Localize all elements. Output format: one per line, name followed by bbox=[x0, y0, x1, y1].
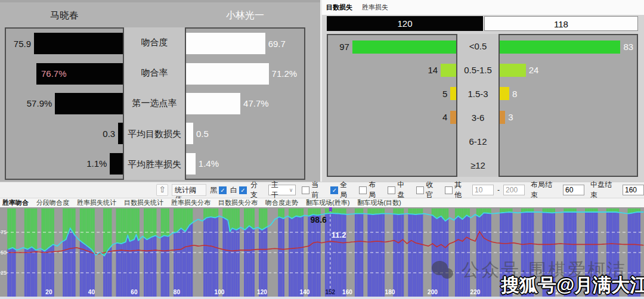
metric-label: 吻合度 bbox=[124, 37, 185, 48]
fuseki-end-input[interactable] bbox=[563, 185, 584, 195]
checkbox-全局[interactable]: ✓ bbox=[330, 186, 338, 194]
tab-分段吻合度[interactable]: 分段吻合度 bbox=[36, 198, 69, 207]
white-bar bbox=[186, 33, 265, 54]
tab-胜率损失分布[interactable]: 胜率损失分布 bbox=[171, 198, 210, 207]
histogram-bin-labels: <0.50.5-1.51.5-33-66-12≥12 bbox=[457, 34, 499, 177]
metric-labels-column: 吻合度吻合率第一选点率平均目数损失平均胜率损失 bbox=[124, 27, 185, 180]
white-move-count: 118 bbox=[484, 16, 638, 31]
hist-bin-label: 6-12 bbox=[457, 136, 499, 147]
analysis-tab-strip: 胜率吻合分段吻合度胜率损失统计目数损失统计胜率损失分布目数损失分布吻合度走势翻车… bbox=[0, 198, 644, 207]
tab-翻车现场(胜率)[interactable]: 翻车现场(胜率) bbox=[306, 198, 349, 207]
range-separator: - bbox=[497, 186, 500, 194]
white-histogram-box: 832483 bbox=[499, 34, 638, 177]
svg-text:100: 100 bbox=[215, 289, 225, 295]
hist-bin-label: 1.5-3 bbox=[457, 89, 499, 99]
svg-text:220: 220 bbox=[470, 289, 481, 295]
hist-row-black bbox=[328, 133, 456, 148]
svg-text:50: 50 bbox=[1, 250, 7, 256]
metric-value-white: 71.2% bbox=[272, 68, 298, 79]
chevron-down-icon: ∨ bbox=[289, 187, 293, 193]
svg-text:98.6: 98.6 bbox=[311, 215, 327, 225]
tab-目数损失统计[interactable]: 目数损失统计 bbox=[124, 198, 163, 207]
metric-value-black: 75.9 bbox=[14, 39, 31, 49]
winrate-trend-chart[interactable]: 2550752040608010012014015216018020022024… bbox=[0, 207, 644, 299]
checkbox-label: 黑 bbox=[210, 185, 217, 195]
tab-翻车现场(目数)[interactable]: 翻车现场(目数) bbox=[357, 198, 401, 207]
scope-checkbox-item[interactable]: ✓全局 bbox=[330, 180, 354, 200]
metric-value-black: 1.1% bbox=[86, 158, 107, 169]
scope-filter-checkboxes: 当前✓全局布局中盘收官其他 bbox=[302, 180, 469, 200]
tab-目数损失[interactable]: 目数损失 bbox=[326, 3, 352, 12]
color-checkbox-item[interactable]: 白✓ bbox=[230, 185, 247, 195]
hist-row-white: 3 bbox=[500, 110, 637, 124]
checkbox-黑[interactable]: ✓ bbox=[219, 186, 227, 194]
hist-bin-label: ≥12 bbox=[457, 160, 499, 170]
hist-row-white bbox=[500, 133, 637, 148]
scope-checkbox-item[interactable]: 其他 bbox=[445, 180, 469, 200]
branch-label: 分支 bbox=[250, 180, 265, 200]
tab-胜率损失统计[interactable]: 胜率损失统计 bbox=[77, 198, 116, 207]
metric-row-white: 71.2% bbox=[186, 63, 304, 85]
hist-value-white: 8 bbox=[512, 89, 517, 99]
black-histogram-box: 971454 bbox=[327, 34, 457, 177]
hist-bar-black bbox=[352, 41, 456, 54]
hist-value-black: 14 bbox=[428, 65, 438, 75]
white-player-name: 小林光一 bbox=[185, 10, 305, 22]
svg-text:75: 75 bbox=[1, 229, 7, 235]
svg-text:25: 25 bbox=[1, 270, 7, 276]
statistics-control-bar: ⇧ 统计阈值 黑✓白✓ 分支 主干 ∨ 当前✓全局布局中盘收官其他 - 布局结束… bbox=[0, 182, 644, 198]
scope-checkbox-item[interactable]: 收官 bbox=[416, 180, 440, 200]
hist-bar-black bbox=[441, 64, 456, 77]
svg-text:20: 20 bbox=[45, 289, 52, 295]
checkbox-布局[interactable] bbox=[359, 186, 367, 194]
metric-row-white: 69.7 bbox=[186, 33, 304, 54]
black-bar: 76.7% bbox=[36, 63, 123, 85]
checkbox-当前[interactable] bbox=[302, 186, 309, 194]
color-checkbox-item[interactable]: 黑✓ bbox=[210, 185, 227, 195]
hist-value-white: 83 bbox=[623, 42, 633, 52]
checkbox-label: 收官 bbox=[426, 180, 440, 200]
checkbox-收官[interactable] bbox=[416, 186, 424, 194]
white-bar bbox=[186, 123, 193, 144]
hist-row-black: 97 bbox=[328, 40, 456, 54]
hist-row-white: 24 bbox=[500, 63, 637, 77]
tab-胜率损失[interactable]: 胜率损失 bbox=[362, 3, 388, 12]
range-from-input[interactable] bbox=[472, 185, 494, 195]
svg-text:11.2: 11.2 bbox=[332, 231, 346, 239]
branch-select[interactable]: 主干 ∨ bbox=[268, 185, 296, 195]
hist-row-white: 8 bbox=[500, 86, 637, 101]
tab-胜率吻合[interactable]: 胜率吻合 bbox=[2, 198, 29, 207]
hist-bin-label: 0.5-1.5 bbox=[457, 65, 499, 75]
hist-value-white: 24 bbox=[529, 65, 539, 75]
range-to-input[interactable] bbox=[503, 185, 525, 195]
metric-label: 第一选点率 bbox=[124, 98, 185, 109]
checkbox-其他[interactable] bbox=[445, 186, 453, 194]
metric-value-black: 0.3 bbox=[103, 129, 115, 139]
white-bar bbox=[186, 63, 269, 85]
hist-row-white bbox=[500, 157, 637, 171]
metric-row-white: 0.5 bbox=[186, 123, 304, 144]
white-bar bbox=[186, 153, 196, 175]
scope-checkbox-item[interactable]: 布局 bbox=[359, 180, 383, 200]
checkbox-label: 白 bbox=[230, 185, 237, 195]
checkbox-白[interactable]: ✓ bbox=[239, 186, 247, 194]
metric-label: 平均目数损失 bbox=[124, 129, 185, 140]
svg-text:60: 60 bbox=[131, 289, 138, 295]
up-arrow-icon[interactable]: ⇧ bbox=[156, 184, 168, 196]
hist-value-black: 5 bbox=[442, 89, 447, 99]
hist-value-white: 3 bbox=[508, 112, 513, 122]
metric-value-white: 47.7% bbox=[243, 98, 269, 108]
hist-value-black: 4 bbox=[442, 112, 447, 122]
checkbox-中盘[interactable] bbox=[388, 186, 395, 194]
scope-checkbox-item[interactable]: 当前 bbox=[302, 180, 326, 200]
middle-end-input[interactable] bbox=[623, 185, 644, 195]
tab-吻合度走势[interactable]: 吻合度走势 bbox=[265, 198, 298, 207]
black-bar bbox=[34, 33, 123, 54]
svg-text:120: 120 bbox=[257, 289, 267, 295]
color-filter-checkboxes: 黑✓白✓ bbox=[210, 185, 247, 195]
black-move-count: 120 bbox=[327, 16, 483, 31]
scope-checkbox-item[interactable]: 中盘 bbox=[388, 180, 411, 200]
black-metrics-box: 75.976.7%57.9%0.31.1% bbox=[5, 27, 124, 180]
tab-目数损失分布[interactable]: 目数损失分布 bbox=[218, 198, 258, 207]
stat-threshold-button[interactable]: 统计阈值 bbox=[172, 184, 206, 196]
